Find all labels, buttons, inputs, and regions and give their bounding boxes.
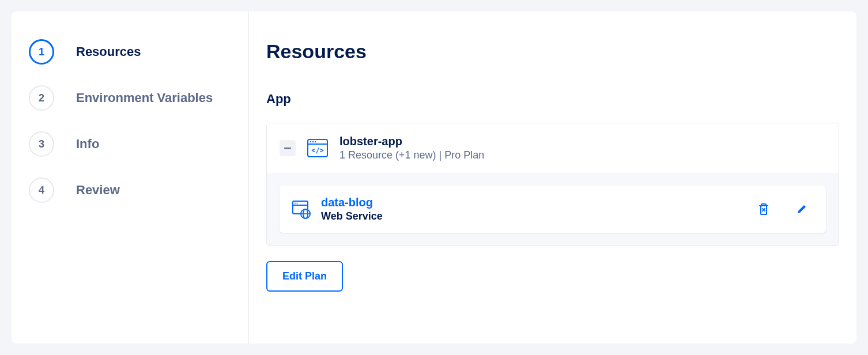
app-meta: 1 Resource (+1 new) | Pro Plan xyxy=(339,149,826,161)
step-number: 2 xyxy=(29,85,54,111)
collapse-toggle[interactable] xyxy=(280,140,296,156)
resource-name-link[interactable]: data-blog xyxy=(321,196,748,209)
svg-point-3 xyxy=(310,141,311,142)
app-box: </> lobster-app 1 Resource (+1 new) | Pr… xyxy=(266,123,839,246)
svg-point-5 xyxy=(315,141,316,142)
app-info: lobster-app 1 Resource (+1 new) | Pro Pl… xyxy=(339,135,826,161)
svg-text:</>: </> xyxy=(311,146,324,154)
minus-icon xyxy=(284,144,292,152)
edit-button[interactable] xyxy=(795,202,809,216)
trash-icon xyxy=(758,203,769,216)
step-number: 4 xyxy=(29,178,54,203)
svg-rect-0 xyxy=(284,148,291,149)
app-icon: </> xyxy=(306,137,329,160)
step-review[interactable]: 4 Review xyxy=(29,167,231,213)
delete-button[interactable] xyxy=(757,202,771,216)
row-actions xyxy=(757,202,814,216)
page-title: Resources xyxy=(266,40,839,63)
app-body: data-blog Web Service xyxy=(267,173,839,246)
section-title-app: App xyxy=(266,92,839,107)
svg-point-10 xyxy=(297,203,298,204)
step-label: Info xyxy=(76,137,99,152)
edit-plan-button[interactable]: Edit Plan xyxy=(266,261,343,292)
step-label: Resources xyxy=(76,44,141,59)
step-number: 1 xyxy=(29,39,54,65)
pencil-icon xyxy=(796,203,807,215)
step-number: 3 xyxy=(29,131,54,157)
step-info[interactable]: 3 Info xyxy=(29,121,231,167)
step-resources[interactable]: 1 Resources xyxy=(29,29,231,75)
resource-type: Web Service xyxy=(321,210,748,222)
app-header: </> lobster-app 1 Resource (+1 new) | Pr… xyxy=(267,123,839,173)
step-environment-variables[interactable]: 2 Environment Variables xyxy=(29,75,231,121)
step-label: Environment Variables xyxy=(76,90,213,105)
wizard-sidebar: 1 Resources 2 Environment Variables 3 In… xyxy=(12,12,249,343)
main-content: Resources App </> xyxy=(249,12,856,343)
app-name: lobster-app xyxy=(339,135,826,148)
resource-row: data-blog Web Service xyxy=(280,186,826,233)
svg-point-4 xyxy=(312,141,314,142)
web-service-icon xyxy=(291,199,312,220)
resource-info: data-blog Web Service xyxy=(321,196,748,222)
svg-point-9 xyxy=(295,203,296,204)
step-label: Review xyxy=(76,183,120,198)
